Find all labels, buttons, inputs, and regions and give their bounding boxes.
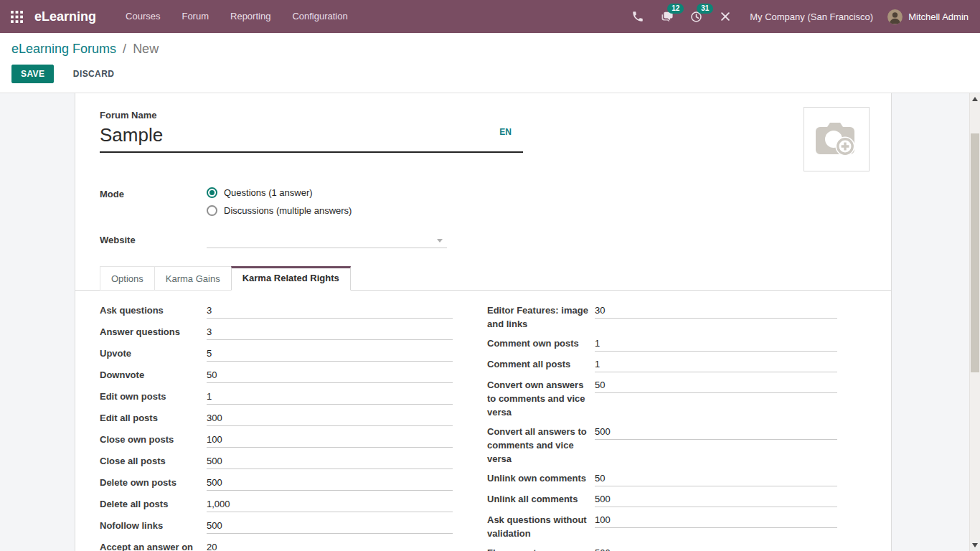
karma-field-label: Edit all posts: [100, 411, 207, 425]
karma-field-row: Comment own posts 1: [487, 336, 837, 352]
karma-field-input[interactable]: 5: [207, 347, 453, 362]
tab-karma-gains[interactable]: Karma Gains: [154, 266, 232, 291]
navbar-systray: 12 31 My Company (San Francisco): [623, 0, 980, 33]
messages-button[interactable]: 12: [652, 0, 682, 33]
tab-karma-related-rights[interactable]: Karma Related Rights: [231, 266, 351, 291]
phone-button[interactable]: [623, 0, 652, 33]
karma-field-label: Downvote: [100, 368, 207, 382]
karma-field-row: Nofollow links 500: [100, 519, 453, 534]
apps-menu-button[interactable]: [0, 0, 33, 33]
karma-field-input[interactable]: 3: [207, 325, 453, 340]
karma-field-input[interactable]: 1,000: [207, 497, 453, 512]
karma-field-row: Upvote 5: [100, 347, 453, 362]
mode-option-discussions[interactable]: Discussions (multiple answers): [207, 205, 352, 216]
scrollbar-up-arrow[interactable]: [970, 93, 980, 105]
nav-menu-forum[interactable]: Forum: [171, 0, 220, 33]
form-sheet: Forum Name EN Mode Questions (1 answer): [75, 93, 892, 551]
scrollbar-down-arrow[interactable]: [970, 540, 980, 551]
karma-field-row: Unlink all comments 500: [487, 492, 837, 507]
karma-field-input[interactable]: 100: [207, 433, 453, 448]
karma-field-input[interactable]: 3: [207, 303, 453, 319]
karma-field-input[interactable]: 1: [595, 336, 837, 352]
breadcrumb-separator: /: [120, 42, 129, 56]
karma-field-row: Edit all posts 300: [100, 411, 453, 426]
mode-option-questions[interactable]: Questions (1 answer): [207, 187, 352, 198]
translation-badge[interactable]: EN: [499, 127, 512, 137]
karma-field-label: Ask questions: [100, 303, 207, 317]
karma-field-label: Unlink own comments: [487, 471, 595, 485]
karma-field-input[interactable]: 500: [595, 425, 837, 440]
mode-option-label: Questions (1 answer): [224, 187, 313, 198]
save-button[interactable]: SAVE: [11, 65, 54, 83]
control-panel: eLearning Forums / New SAVE DISCARD: [0, 33, 980, 93]
forum-name-field-wrap: EN: [100, 123, 523, 153]
forum-name-input[interactable]: [100, 123, 523, 153]
karma-field-input[interactable]: 500: [207, 476, 453, 491]
karma-field-row: Unlink own comments 50: [487, 471, 837, 486]
tools-icon: [719, 10, 732, 23]
karma-field-input[interactable]: 1: [207, 390, 453, 405]
karma-field-input[interactable]: 500: [207, 454, 453, 469]
karma-field-input[interactable]: 20: [207, 540, 453, 551]
karma-field-label: Delete all posts: [100, 497, 207, 511]
karma-field-input[interactable]: 100: [595, 513, 837, 528]
karma-field-label: Edit own posts: [100, 390, 207, 403]
karma-field-input[interactable]: 30: [595, 303, 837, 319]
karma-field-label: Editor Features: image and links: [487, 303, 595, 331]
karma-field-row: Delete own posts 500: [100, 476, 453, 491]
nav-menu-courses[interactable]: Courses: [115, 0, 171, 33]
breadcrumb: eLearning Forums / New: [11, 42, 969, 57]
karma-field-label: Answer questions: [100, 325, 207, 339]
karma-field-row: Ask questions without validation 100: [487, 513, 837, 540]
karma-field-label: Delete own posts: [100, 476, 207, 489]
karma-field-label: Flag a post as offensive: [487, 546, 595, 551]
tab-options[interactable]: Options: [100, 266, 155, 291]
top-navbar: eLearning Courses Forum Reporting Config…: [0, 0, 980, 33]
vertical-scrollbar[interactable]: [969, 93, 980, 551]
karma-rights-right-column: Editor Features: image and links 30 Comm…: [487, 303, 837, 551]
forum-name-label: Forum Name: [100, 110, 156, 121]
company-switcher[interactable]: My Company (San Francisco): [750, 11, 873, 22]
scrollbar-thumb[interactable]: [971, 133, 979, 372]
phone-icon: [631, 10, 644, 23]
mode-radio-group: Questions (1 answer) Discussions (multip…: [207, 187, 352, 223]
karma-rights-panel: Ask questions 3 Answer questions 3 Upvot…: [100, 291, 867, 551]
karma-field-input[interactable]: 50: [595, 471, 837, 486]
karma-field-input[interactable]: 50: [207, 368, 453, 383]
discard-button[interactable]: DISCARD: [69, 68, 118, 80]
karma-field-label: Convert all answers to comments and vice…: [487, 425, 595, 466]
form-view-area: Forum Name EN Mode Questions (1 answer): [0, 93, 980, 551]
website-field-row: Website: [100, 233, 867, 248]
karma-field-row: Delete all posts 1,000: [100, 497, 453, 512]
karma-field-row: Flag a post as offensive 500: [487, 546, 837, 551]
tools-button[interactable]: [711, 0, 740, 33]
breadcrumb-parent-link[interactable]: eLearning Forums: [11, 42, 116, 56]
karma-field-row: Downvote 50: [100, 368, 453, 383]
karma-field-input[interactable]: 1: [595, 357, 837, 372]
website-select[interactable]: [207, 233, 447, 248]
radio-unselected-icon[interactable]: [207, 205, 217, 216]
karma-field-label: Accept an answer on own questions: [100, 540, 207, 551]
user-menu[interactable]: Mitchell Admin: [887, 9, 973, 24]
website-label: Website: [100, 233, 207, 248]
karma-field-input[interactable]: 50: [595, 378, 837, 393]
forum-image-upload[interactable]: [804, 107, 870, 171]
activities-button[interactable]: 31: [682, 0, 711, 33]
nav-menu-reporting[interactable]: Reporting: [220, 0, 281, 33]
app-title[interactable]: eLearning: [34, 9, 96, 24]
karma-field-label: Close own posts: [100, 433, 207, 446]
karma-field-input[interactable]: 500: [207, 519, 453, 534]
radio-selected-icon[interactable]: [207, 187, 217, 198]
navbar-left: eLearning Courses Forum Reporting Config…: [0, 0, 359, 33]
karma-field-row: Comment all posts 1: [487, 357, 837, 372]
karma-field-row: Edit own posts 1: [100, 390, 453, 405]
nav-menu-configuration[interactable]: Configuration: [281, 0, 358, 33]
mode-field-row: Mode Questions (1 answer) Discussions (m…: [100, 187, 867, 223]
odoo-backend-window: eLearning Courses Forum Reporting Config…: [0, 0, 980, 551]
karma-field-input[interactable]: 500: [595, 546, 837, 551]
karma-field-input[interactable]: 500: [595, 492, 837, 507]
karma-field-input[interactable]: 300: [207, 411, 453, 426]
karma-field-label: Convert own answers to comments and vice…: [487, 378, 595, 419]
karma-field-label: Comment own posts: [487, 336, 595, 350]
karma-field-label: Ask questions without validation: [487, 513, 595, 540]
